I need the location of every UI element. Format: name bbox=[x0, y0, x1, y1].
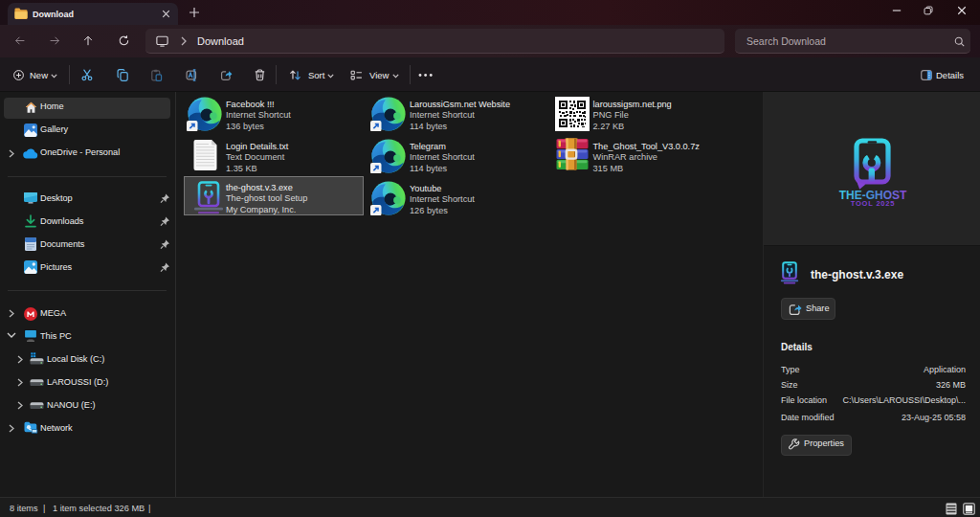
svg-text:TOOL 2025: TOOL 2025 bbox=[851, 198, 896, 207]
